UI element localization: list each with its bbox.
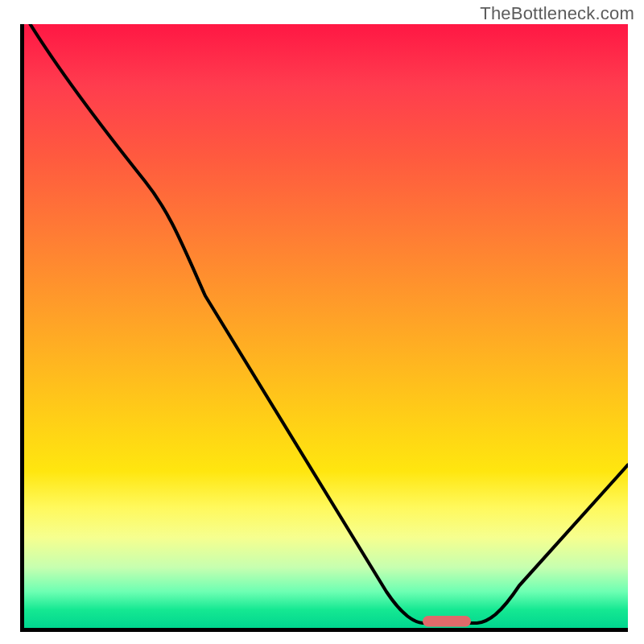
bottleneck-curve: [31, 24, 629, 623]
watermark-text: TheBottleneck.com: [480, 3, 634, 24]
chart-container: TheBottleneck.com: [0, 0, 644, 644]
plot-svg: [24, 24, 628, 628]
plot-area: [20, 24, 628, 632]
optimum-marker: [423, 616, 471, 627]
